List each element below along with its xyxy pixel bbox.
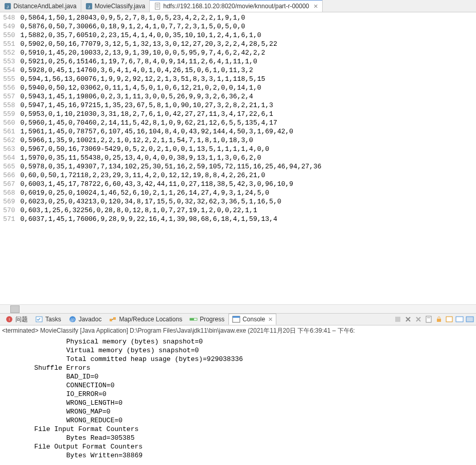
svg-rect-19 (233, 316, 240, 318)
editor-content[interactable]: 0,5864,1,50,1,28043,0,9,5,2,7,8,1,0,5,23… (18, 12, 323, 304)
view-label: Map/Reduce Locations (119, 316, 182, 323)
view-tab-tasks[interactable]: Tasks (32, 314, 64, 325)
scroll-lock-icon[interactable] (435, 315, 443, 323)
view-tab-problems[interactable]: ! 问题 (2, 314, 31, 325)
svg-rect-24 (446, 317, 452, 322)
close-icon[interactable]: ✕ (313, 3, 318, 10)
pin-console-icon[interactable] (445, 315, 453, 323)
console-output[interactable]: Physical memory (bytes) snapshot=0 Virtu… (0, 336, 476, 465)
scrollbar-thumb[interactable] (10, 305, 20, 313)
editor-tab-bar: J DistanceAndLabel.java J MovieClassify.… (0, 0, 476, 12)
view-label: Tasks (45, 316, 61, 323)
clear-console-icon[interactable] (425, 315, 433, 323)
view-tab-mapreduce[interactable]: Map/Reduce Locations (105, 314, 185, 325)
view-label: 问题 (15, 315, 28, 324)
open-console-icon[interactable] (466, 315, 474, 323)
display-selected-console-icon[interactable] (455, 315, 464, 323)
java-file-icon: J (4, 3, 11, 10)
editor-tab-distanceandlabel[interactable]: J DistanceAndLabel.java (0, 0, 81, 12)
svg-rect-26 (466, 317, 473, 322)
svg-rect-14 (113, 317, 116, 320)
view-tab-progress[interactable]: Progress (186, 314, 227, 325)
view-label: Console (242, 316, 265, 323)
view-label: Progress (200, 316, 224, 323)
svg-rect-4 (155, 3, 160, 9)
svg-line-15 (112, 319, 113, 320)
view-tab-console[interactable]: Console ✕ (228, 314, 276, 325)
java-file-icon: J (85, 3, 93, 10)
svg-rect-21 (426, 316, 431, 322)
javadoc-icon: @ (68, 315, 77, 323)
horizontal-scrollbar[interactable] (0, 304, 476, 313)
close-icon[interactable]: ✕ (268, 316, 273, 323)
tasks-icon (35, 315, 43, 323)
svg-rect-13 (110, 319, 112, 321)
console-icon (232, 315, 240, 323)
tab-label: hdfs://192.168.10.20:8020/movie/knnout/p… (163, 3, 309, 10)
console-toolbar (394, 315, 474, 323)
views-tab-bar: ! 问题 Tasks @ Javadoc Map/Reduce Location… (0, 313, 476, 325)
remove-launch-icon[interactable] (394, 315, 402, 323)
svg-rect-17 (190, 318, 194, 320)
editor-tab-hdfs-file[interactable]: hdfs://192.168.10.20:8020/movie/knnout/p… (150, 0, 323, 12)
svg-text:!: ! (9, 317, 10, 322)
tab-label: MovieClassify.java (95, 3, 145, 10)
editor-tab-movieclassify[interactable]: J MovieClassify.java (81, 0, 150, 12)
line-number-gutter: 548 549 550 551 552 553 554 555 556 557 … (0, 12, 18, 304)
svg-text:J: J (88, 4, 90, 9)
tab-label: DistanceAndLabel.java (13, 3, 77, 10)
text-file-icon (154, 3, 161, 10)
svg-rect-20 (395, 317, 400, 322)
svg-rect-25 (456, 317, 463, 322)
console-process-header: <terminated> MovieClassify [Java Applica… (0, 325, 476, 336)
view-tab-javadoc[interactable]: @ Javadoc (65, 314, 105, 325)
svg-text:@: @ (70, 317, 75, 322)
text-editor[interactable]: 548 549 550 551 552 553 554 555 556 557 … (0, 12, 476, 304)
svg-rect-23 (437, 319, 441, 322)
remove-all-terminated-icon[interactable] (414, 315, 422, 323)
problems-icon: ! (5, 315, 13, 323)
svg-text:J: J (7, 4, 9, 9)
remove-all-icon[interactable] (404, 315, 412, 323)
mapreduce-icon (109, 315, 117, 323)
progress-icon (189, 315, 198, 323)
view-label: Javadoc (79, 316, 102, 323)
